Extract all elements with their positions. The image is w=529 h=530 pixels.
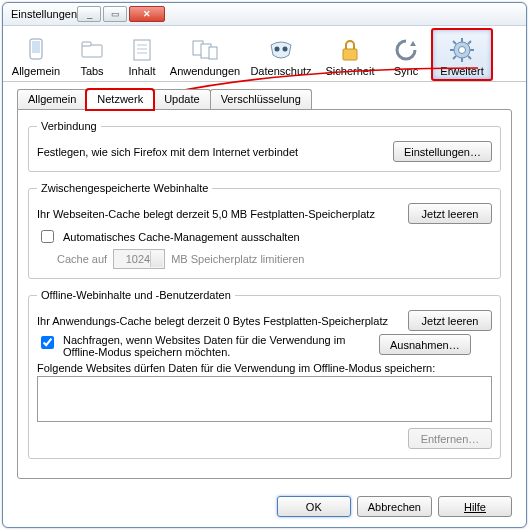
svg-rect-1 bbox=[32, 41, 40, 53]
category-label: Erweitert bbox=[440, 65, 483, 77]
cache-limit-post: MB Speicherplatz limitieren bbox=[171, 253, 304, 265]
minimize-button[interactable]: ⎯ bbox=[77, 6, 101, 22]
folder-icon bbox=[77, 35, 107, 65]
dialog-buttons: OK Abbrechen Hilfe bbox=[3, 488, 526, 527]
cache-group: Zwischengespeicherte Webinhalte Ihr Webs… bbox=[28, 182, 501, 279]
settings-window: Einstellungen ⎯ ▭ ✕ Allgemein Tabs Inhal… bbox=[2, 2, 527, 528]
svg-point-15 bbox=[459, 46, 466, 53]
svg-rect-4 bbox=[134, 40, 150, 60]
svg-point-12 bbox=[283, 46, 288, 51]
category-toolbar: Allgemein Tabs Inhalt Anwendungen Datens… bbox=[3, 26, 526, 82]
svg-line-22 bbox=[468, 41, 471, 44]
connection-group: Verbindung Festlegen, wie sich Firefox m… bbox=[28, 120, 501, 172]
category-tabs[interactable]: Tabs bbox=[67, 28, 117, 81]
offline-desc: Ihr Anwendungs-Cache belegt derzeit 0 By… bbox=[37, 315, 402, 327]
offline-group: Offline-Webinhalte und -Benutzerdaten Ih… bbox=[28, 289, 501, 459]
ok-button[interactable]: OK bbox=[277, 496, 351, 517]
offline-exceptions-button[interactable]: Ausnahmen… bbox=[379, 334, 471, 355]
subtab-network[interactable]: Netzwerk bbox=[86, 89, 154, 110]
cache-limit-input: 1024 bbox=[113, 249, 165, 269]
network-panel: Verbindung Festlegen, wie sich Firefox m… bbox=[17, 109, 512, 479]
category-label: Allgemein bbox=[12, 65, 60, 77]
svg-rect-13 bbox=[343, 49, 357, 60]
offline-ask-label: Nachfragen, wenn Websites Daten für die … bbox=[63, 334, 373, 358]
offline-remove-button: Entfernen… bbox=[408, 428, 492, 449]
svg-point-11 bbox=[275, 46, 280, 51]
device-icon bbox=[21, 35, 51, 65]
category-applications[interactable]: Anwendungen bbox=[167, 28, 243, 81]
category-label: Sync bbox=[394, 65, 418, 77]
category-sync[interactable]: Sync bbox=[381, 28, 431, 81]
svg-rect-3 bbox=[82, 42, 91, 46]
titlebar: Einstellungen ⎯ ▭ ✕ bbox=[3, 3, 526, 26]
sync-icon bbox=[391, 35, 421, 65]
category-label: Sicherheit bbox=[326, 65, 375, 77]
connection-settings-button[interactable]: Einstellungen… bbox=[393, 141, 492, 162]
cache-auto-off-label: Automatisches Cache-Management ausschalt… bbox=[63, 231, 300, 243]
category-label: Datenschutz bbox=[250, 65, 311, 77]
offline-ask-checkbox[interactable] bbox=[41, 336, 54, 349]
connection-desc: Festlegen, wie sich Firefox mit dem Inte… bbox=[37, 146, 387, 158]
svg-line-20 bbox=[453, 41, 456, 44]
offline-list-label: Folgende Websites dürfen Daten für die V… bbox=[37, 362, 435, 374]
category-privacy[interactable]: Datenschutz bbox=[243, 28, 319, 81]
subtab-general[interactable]: Allgemein bbox=[17, 89, 87, 109]
maximize-button[interactable]: ▭ bbox=[103, 6, 127, 22]
connection-legend: Verbindung bbox=[37, 120, 101, 132]
gear-icon bbox=[447, 35, 477, 65]
document-icon bbox=[127, 35, 157, 65]
cache-legend: Zwischengespeicherte Webinhalte bbox=[37, 182, 212, 194]
cancel-button[interactable]: Abbrechen bbox=[357, 496, 432, 517]
cache-clear-button[interactable]: Jetzt leeren bbox=[408, 203, 492, 224]
lock-icon bbox=[335, 35, 365, 65]
help-button[interactable]: Hilfe bbox=[438, 496, 512, 517]
category-label: Tabs bbox=[80, 65, 103, 77]
close-button[interactable]: ✕ bbox=[129, 6, 165, 22]
svg-rect-2 bbox=[82, 45, 102, 57]
category-label: Inhalt bbox=[129, 65, 156, 77]
offline-clear-button[interactable]: Jetzt leeren bbox=[408, 310, 492, 331]
category-security[interactable]: Sicherheit bbox=[319, 28, 381, 81]
apps-icon bbox=[190, 35, 220, 65]
subtab-encryption[interactable]: Verschlüsselung bbox=[210, 89, 312, 109]
cache-auto-off-checkbox[interactable] bbox=[41, 230, 54, 243]
category-content[interactable]: Inhalt bbox=[117, 28, 167, 81]
category-label: Anwendungen bbox=[170, 65, 240, 77]
offline-sites-listbox[interactable] bbox=[37, 376, 492, 422]
category-general[interactable]: Allgemein bbox=[5, 28, 67, 81]
svg-line-21 bbox=[468, 56, 471, 59]
svg-rect-10 bbox=[209, 47, 217, 59]
cache-limit-pre: Cache auf bbox=[57, 253, 107, 265]
subtab-bar: Allgemein Netzwerk Update Verschlüsselun… bbox=[3, 82, 526, 109]
mask-icon bbox=[266, 35, 296, 65]
window-title: Einstellungen bbox=[11, 8, 77, 20]
offline-legend: Offline-Webinhalte und -Benutzerdaten bbox=[37, 289, 235, 301]
svg-line-23 bbox=[453, 56, 456, 59]
subtab-update[interactable]: Update bbox=[153, 89, 210, 109]
category-advanced[interactable]: Erweitert bbox=[431, 28, 493, 81]
cache-desc: Ihr Webseiten-Cache belegt derzeit 5,0 M… bbox=[37, 208, 402, 220]
